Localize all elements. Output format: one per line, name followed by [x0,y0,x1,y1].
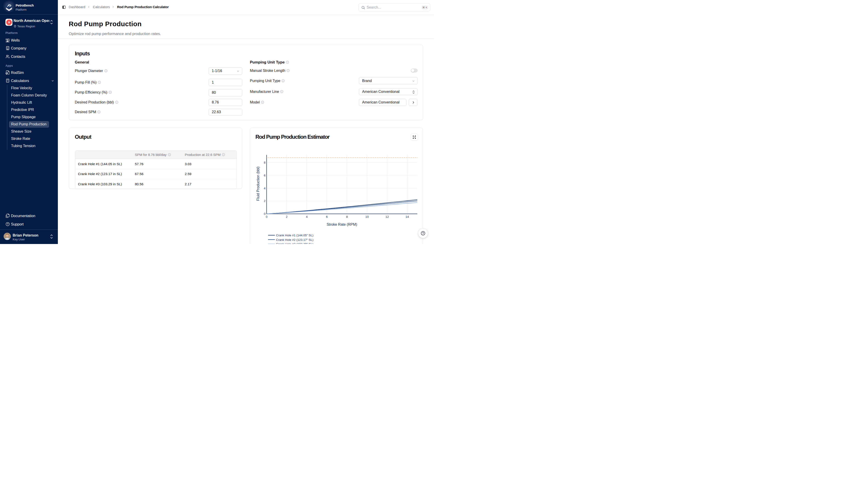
svg-text:6: 6 [264,174,266,177]
svg-text:6: 6 [326,215,328,219]
svg-text:Fluid Production (bbl): Fluid Production (bbl) [256,166,260,201]
svg-text:8: 8 [264,161,266,164]
svg-text:14: 14 [405,215,409,219]
svg-text:2: 2 [264,199,266,203]
svg-text:2: 2 [286,215,288,219]
svg-text:0: 0 [266,215,268,219]
svg-text:12: 12 [385,215,389,219]
svg-text:4: 4 [306,215,308,219]
svg-text:8: 8 [346,215,348,219]
svg-text:10: 10 [365,215,369,219]
svg-text:Crank Hole #1 (144.05" SL): Crank Hole #1 (144.05" SL) [276,234,313,237]
svg-text:Crank Hole #2 (123.17" SL): Crank Hole #2 (123.17" SL) [276,238,313,241]
svg-text:Crank Hole #3 (103.29" SL): Crank Hole #3 (103.29" SL) [276,242,313,244]
svg-text:Stroke Rate (RPM): Stroke Rate (RPM) [327,223,357,226]
svg-text:0: 0 [264,213,266,216]
svg-text:4: 4 [264,187,266,190]
